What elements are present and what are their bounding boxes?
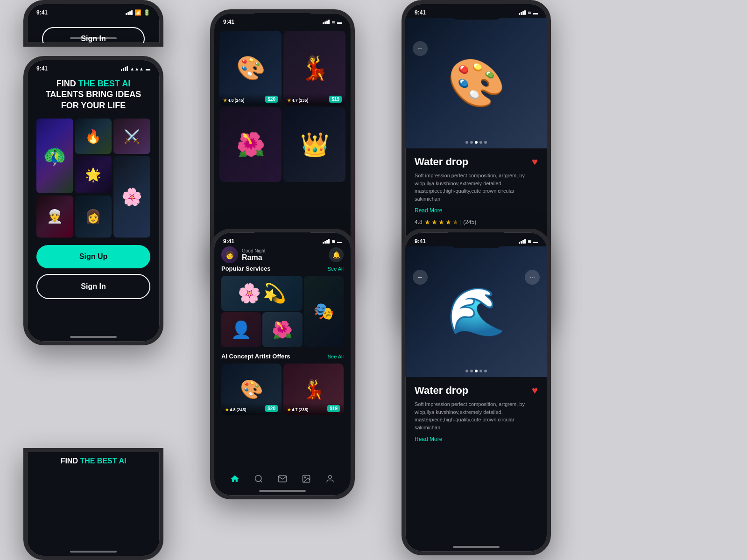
price-1: $20 bbox=[265, 96, 278, 103]
signin-button-top[interactable]: Sign In bbox=[42, 27, 145, 47]
gallery-overlay-1: ★ 4.8 (245) $20 bbox=[219, 93, 282, 105]
heart-button[interactable]: ♥ bbox=[532, 156, 538, 168]
status-icons-welcome: ▲▲▲ ▬ bbox=[121, 66, 150, 71]
star-icon-1: ★ bbox=[223, 98, 227, 103]
offer-star-1: ★ bbox=[225, 407, 229, 412]
gallery-face-3: 🌺 bbox=[236, 131, 265, 158]
offer-reviews-2: (235) bbox=[299, 407, 309, 412]
notch-gallery bbox=[254, 13, 310, 29]
product-image-dots bbox=[465, 141, 487, 144]
partial-accent: THE BEST AI bbox=[80, 457, 126, 465]
signal-icon-gallery bbox=[323, 20, 330, 24]
see-all-offers[interactable]: See All bbox=[328, 354, 344, 359]
product-description: Soft impression perfect composition, art… bbox=[415, 172, 538, 203]
product-main-image: 🎨 bbox=[447, 56, 506, 111]
back-button2[interactable]: ← bbox=[413, 270, 428, 285]
time-detail2: 9:41 bbox=[415, 238, 426, 245]
product-content2: Water drop ♥ Soft impression perfect com… bbox=[405, 377, 547, 455]
offer-rating-value-1: 4.8 bbox=[230, 407, 236, 412]
battery-icon-detail2: ▬ bbox=[533, 239, 538, 244]
offer-cell-2: 💃 ★ 4.7 (235) $19 bbox=[283, 364, 344, 415]
battery-icon-gallery: ▬ bbox=[337, 20, 342, 25]
heart-button2[interactable]: ♥ bbox=[532, 385, 538, 397]
dot2-2 bbox=[470, 370, 473, 372]
popular-services-title: Popular Services bbox=[221, 265, 271, 272]
teal-accent-line bbox=[355, 47, 356, 467]
dot2-3 bbox=[475, 370, 478, 372]
headline-line3: FOR YOUR LIFE bbox=[61, 101, 126, 110]
product-image-dots2 bbox=[465, 370, 487, 372]
signin-button[interactable]: Sign In bbox=[36, 274, 150, 299]
phone-welcome: 9:41 ▲▲▲ ▬ FIND THE BEST AI TALENTS BRIN… bbox=[23, 56, 163, 345]
product-title-row2: Water drop ♥ bbox=[415, 385, 538, 397]
star-5: ★ bbox=[452, 218, 458, 226]
offer-cell-1: 🎨 ★ 4.8 (245) $20 bbox=[221, 364, 282, 415]
offer-image-2: 💃 bbox=[302, 378, 325, 400]
wifi-icon: 📶 bbox=[134, 9, 141, 16]
signup-button[interactable]: Sign Up bbox=[36, 245, 150, 268]
read-more-button[interactable]: Read More bbox=[415, 207, 538, 214]
home-indicator-top bbox=[70, 37, 117, 39]
product-title-row: Water drop ♥ bbox=[415, 156, 538, 168]
service-cell-3: 🎭 bbox=[304, 276, 344, 347]
offer-rating-2: ★ 4.7 (235) bbox=[287, 407, 309, 412]
more-options-button[interactable]: ··· bbox=[525, 270, 540, 285]
headline-find: FIND bbox=[56, 79, 78, 88]
time-detail: 9:41 bbox=[415, 9, 426, 16]
product-title2: Water drop bbox=[415, 385, 468, 397]
greeting-name: Rama bbox=[242, 253, 266, 262]
gallery-face-4: 👑 bbox=[300, 131, 329, 158]
svg-point-5 bbox=[255, 476, 261, 482]
see-all-popular[interactable]: See All bbox=[328, 266, 344, 272]
status-icons-detail2: ≋ ▬ bbox=[519, 239, 538, 244]
gallery-cell-2: 💃 ★ 4.7 (235) $19 bbox=[283, 31, 345, 105]
home-indicator-welcome bbox=[70, 336, 117, 338]
wifi-icon-welcome: ▲▲▲ bbox=[130, 66, 144, 71]
dot-5 bbox=[484, 141, 487, 144]
offer-reviews-1: (245) bbox=[237, 407, 247, 412]
dot-1 bbox=[465, 141, 468, 144]
notification-button[interactable]: 🔔 bbox=[329, 247, 344, 262]
headline-line2: TALENTS BRING IDEAS bbox=[46, 90, 141, 99]
rating-2: ★ 4.7 (235) bbox=[287, 98, 309, 103]
rating-1: ★ 4.8 (245) bbox=[223, 98, 245, 103]
popular-services-header: Popular Services See All bbox=[221, 265, 344, 272]
service-cell-1: 🌸 💫 bbox=[221, 276, 303, 311]
image-warrior: ⚔️ bbox=[113, 119, 150, 154]
gallery-grid: 🎨 ★ 4.8 (245) $20 💃 ★ 4.7 (235) $19 bbox=[214, 31, 351, 182]
svg-point-9 bbox=[328, 476, 331, 479]
offers-header: AI Concept Artist Offers See All bbox=[221, 353, 344, 360]
reviews-2: (235) bbox=[299, 98, 309, 103]
wifi-icon-dashboard: ≋ bbox=[331, 239, 335, 244]
bottom-nav-dashboard bbox=[214, 471, 351, 486]
dot2-5 bbox=[484, 370, 487, 372]
read-more-button2[interactable]: Read More bbox=[415, 436, 538, 442]
welcome-image-grid: 🦚 🔥 ⚔️ 🌟 👳 👩 🌸 bbox=[36, 119, 150, 238]
nav-profile-dashboard[interactable] bbox=[323, 471, 338, 486]
service-image-5: 🌺 bbox=[272, 320, 293, 340]
partial-content: FIND THE BEST AI bbox=[27, 452, 160, 478]
signal-icon-detail2 bbox=[519, 239, 526, 244]
nav-messages-dashboard[interactable] bbox=[275, 471, 290, 486]
partial-headline: FIND THE BEST AI bbox=[36, 456, 150, 466]
dashboard-content: 🧑 Good Night Rama 🔔 Popular Services See… bbox=[214, 246, 351, 415]
nav-gallery-dashboard[interactable] bbox=[299, 471, 314, 486]
product-image-container2: 🌊 ← ··· bbox=[405, 246, 547, 377]
nav-search-dashboard[interactable] bbox=[251, 471, 266, 486]
star-icon-2: ★ bbox=[287, 98, 291, 103]
offer-overlay-1: ★ 4.8 (245) $20 bbox=[221, 402, 282, 415]
nav-home-dashboard[interactable] bbox=[227, 471, 242, 486]
gallery-cell-3: 🌺 bbox=[219, 107, 282, 182]
product-title: Water drop bbox=[415, 156, 468, 168]
services-grid: 🌸 💫 🎭 👤 🌺 bbox=[221, 276, 344, 347]
time-dashboard: 9:41 bbox=[223, 238, 234, 245]
service-cell-5: 🌺 bbox=[262, 312, 302, 347]
product-review-count: | (245) bbox=[460, 219, 476, 225]
phone-partial-bottom: FIND THE BEST AI bbox=[23, 448, 163, 560]
image-fire-woman: 🔥 bbox=[75, 119, 112, 154]
battery-icon: 🔋 bbox=[143, 9, 150, 16]
battery-icon-dashboard: ▬ bbox=[337, 239, 342, 244]
offer-price-2: $19 bbox=[327, 405, 340, 412]
back-button[interactable]: ← bbox=[413, 41, 428, 56]
signal-icon bbox=[126, 10, 133, 15]
